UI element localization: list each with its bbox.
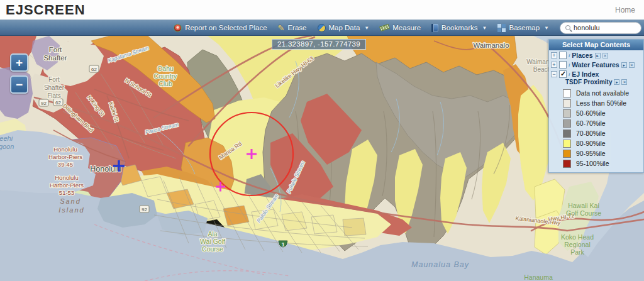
water-features-checkbox[interactable] [559,61,567,69]
svg-text:Course: Course [202,245,223,253]
svg-text:Fort: Fort [49,46,62,53]
zoom-out-button[interactable]: − [10,75,28,94]
sublayer-options-icon[interactable]: ▸ [614,79,619,85]
map-data-menu[interactable]: Map Data ▼ [318,24,370,32]
svg-text:Honolulu: Honolulu [55,174,79,181]
expand-icon[interactable]: + [551,52,557,58]
bookmarks-label: Bookmarks [441,24,478,31]
legend-row: 95-100%ile [549,158,643,168]
layer-close-icon[interactable]: × [629,62,635,68]
search-box[interactable] [560,22,641,34]
svg-text:Sand: Sand [60,197,81,205]
report-label: Report on Selected Place [185,24,267,31]
svg-text:Flats: Flats [47,92,61,99]
globe-icon [318,24,326,32]
svg-text:62: 62 [55,100,61,106]
svg-text:Golf Course: Golf Course [566,209,601,217]
map-container: 92 62 62 92 1 Likelike Hwy HI-63 Kalania… [0,36,644,281]
basemap-grid-icon [497,24,506,32]
chevron-down-icon: ▼ [482,25,487,31]
svg-text:Harbor-Piers: Harbor-Piers [50,182,84,189]
map-contents-panel: Select Map Contents + i Places ▸ × + i W… [548,39,644,173]
layer-close-icon[interactable]: × [602,53,608,58]
layer-options-icon[interactable]: ▸ [595,53,601,58]
map-toolbar: Report on Selected Place ✎ Erase Map Dat… [0,19,644,36]
app-logo: EJSCREEN [6,2,86,18]
layer-row-places: + i Places ▸ × [549,50,643,60]
legend-swatch [563,150,571,158]
panel-title: Select Map Contents [549,40,643,50]
chevron-down-icon: ▼ [364,25,369,31]
svg-text:Country: Country [154,72,178,80]
legend-row: 90-95%ile [549,148,643,158]
ruler-icon [379,24,390,31]
legend-swatch [563,119,571,128]
svg-text:1: 1 [282,241,285,248]
svg-text:Koko Head: Koko Head [561,233,594,241]
erase-pencil-icon: ✎ [278,23,285,33]
search-icon [565,25,570,30]
svg-text:Park: Park [570,248,584,256]
places-checkbox[interactable] [559,52,567,59]
legend-swatch [563,89,571,97]
erase-label: Erase [287,24,306,31]
svg-text:Hanauma: Hanauma [524,273,553,281]
tsdf-legend: Data not available Less than 50%ile 50-6… [549,87,643,172]
svg-text:39-45: 39-45 [58,161,73,168]
svg-text:Harbor-Piers: Harbor-Piers [48,153,82,160]
svg-text:Shafter: Shafter [44,84,65,91]
expand-icon[interactable]: + [551,62,557,68]
sublayer-close-icon[interactable]: × [621,79,627,85]
erase-button[interactable]: ✎ Erase [278,23,307,33]
legend-swatch [563,140,571,148]
svg-text:Island: Island [58,206,84,214]
basemap-label: Basemap [509,24,540,31]
search-input[interactable] [574,24,636,31]
layer-options-icon[interactable]: ▸ [621,62,627,68]
map-data-label: Map Data [329,24,360,31]
svg-text:51-53: 51-53 [59,189,74,196]
legend-row: Data not available [549,88,643,98]
svg-text:Regional: Regional [564,241,590,248]
svg-text:Wai Golf: Wai Golf [200,238,225,245]
report-icon [174,24,182,32]
sublayer-row-tsdf: TSDF Proximity ▸ × [549,79,643,87]
svg-text:Shafter: Shafter [43,54,67,62]
svg-text:Waimanalo: Waimanalo [473,41,509,49]
layer-label-places: Places [572,52,592,59]
legend-row: 70-80%ile [549,128,643,138]
legend-swatch [563,109,571,118]
svg-text:Honolulu: Honolulu [53,146,77,153]
map-canvas[interactable]: 92 62 62 92 1 Likelike Hwy HI-63 Kalania… [0,36,644,281]
svg-text:Keehi: Keehi [0,135,13,142]
app-header: EJSCREEN Home [0,0,644,19]
legend-row: 80-90%ile [549,138,643,148]
measure-button[interactable]: Measure [380,24,421,31]
basemap-menu[interactable]: Basemap ▼ [497,24,549,32]
svg-text:92: 92 [142,207,147,212]
info-icon: i [569,62,570,68]
svg-text:Fort: Fort [48,76,60,83]
layer-row-water-features: + i Water Features ▸ × [549,60,643,69]
layer-label-water-features: Water Features [572,61,619,69]
layer-label-ej-index: EJ Index [572,70,599,78]
svg-text:62: 62 [91,67,97,72]
zoom-in-button[interactable]: + [10,53,28,72]
info-icon: i [569,72,570,77]
legend-swatch [563,160,571,168]
sublayer-label: TSDF Proximity [565,79,612,85]
bookmarks-menu[interactable]: Bookmarks ▼ [431,24,487,32]
svg-text:Lagoon: Lagoon [0,143,14,150]
measure-label: Measure [392,24,421,31]
ej-index-checkbox[interactable] [559,70,567,78]
svg-text:Ala: Ala [208,230,217,238]
svg-text:Oahu: Oahu [157,65,174,72]
svg-text:Maunalua Bay: Maunalua Bay [411,260,469,269]
home-link[interactable]: Home [615,6,635,14]
collapse-icon[interactable]: − [551,71,557,77]
report-on-selected-place-button[interactable]: Report on Selected Place [174,24,267,32]
layer-row-ej-index: − i EJ Index [549,69,643,79]
legend-row: Less than 50%ile [549,98,643,108]
legend-swatch [563,99,571,107]
coordinates-readout: 21.323897, -157.774739 [272,39,366,50]
